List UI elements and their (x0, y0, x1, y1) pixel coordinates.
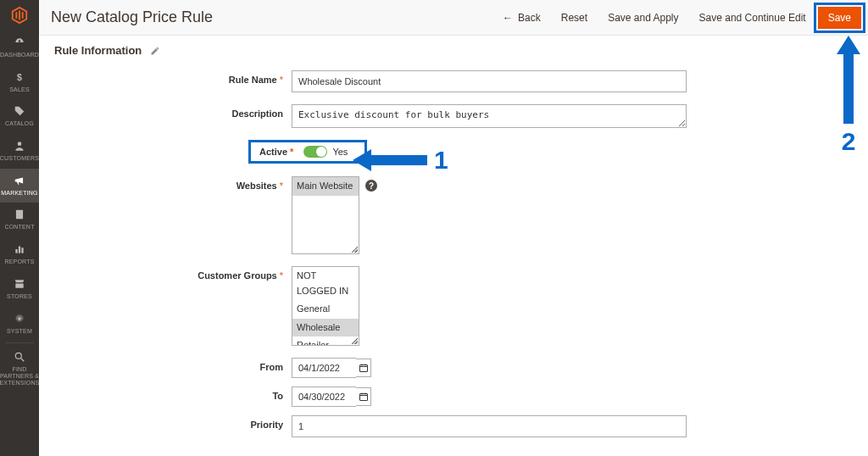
svg-line-8 (21, 359, 25, 362)
person-icon (13, 139, 26, 153)
annotation-save-highlight: Save (816, 5, 863, 31)
reset-button[interactable]: Reset (551, 7, 598, 29)
sidebar-item-dashboard[interactable]: DASHBOARD (0, 31, 39, 65)
customer-group-option[interactable]: Retailer (292, 336, 359, 346)
form: Rule Name* Description Exclusive discoun… (39, 65, 868, 456)
page-icon (13, 208, 26, 221)
svg-rect-5 (21, 247, 23, 253)
rule-name-input[interactable] (292, 70, 687, 92)
sidebar-label: MARKETING (1, 190, 37, 197)
tag-icon (13, 104, 26, 118)
main-area: New Catalog Price Rule Back Reset Save a… (39, 0, 868, 456)
svg-rect-13 (359, 394, 367, 401)
priority-label: Priority (39, 415, 292, 430)
sidebar-label: SALES (9, 86, 30, 93)
bars-icon (13, 242, 26, 256)
sidebar-item-customers[interactable]: CUSTOMERS (0, 134, 39, 169)
svg-point-1 (18, 142, 22, 146)
sidebar-item-content[interactable]: CONTENT (0, 203, 39, 237)
svg-text:$: $ (17, 71, 22, 81)
back-button[interactable]: Back (492, 7, 551, 29)
customer-groups-label: Customer Groups* (39, 266, 292, 281)
customer-groups-multiselect[interactable]: NOT LOGGED IN General Wholesale Retailer (292, 266, 359, 346)
sidebar-label: CUSTOMERS (0, 155, 39, 162)
calendar-icon[interactable] (356, 359, 371, 377)
to-label: To (39, 386, 292, 401)
calendar-icon[interactable] (356, 387, 371, 406)
admin-sidebar: DASHBOARD $ SALES CATALOG CUSTOMERS MARK… (0, 0, 39, 456)
sidebar-label: CATALOG (5, 120, 34, 127)
dollar-icon: $ (13, 70, 26, 84)
svg-rect-3 (15, 249, 17, 253)
from-label: From (39, 358, 292, 372)
megaphone-icon (13, 174, 26, 187)
sidebar-item-stores[interactable]: STORES (0, 272, 39, 307)
sidebar-label: FIND PARTNERS & EXTENSIONS (0, 366, 40, 386)
sidebar-item-marketing[interactable]: MARKETING (0, 169, 39, 203)
description-textarea[interactable]: Exclusive discount for bulk buyers (292, 104, 687, 128)
sidebar-label: REPORTS (4, 259, 34, 265)
gear-icon (13, 312, 26, 325)
customer-group-option[interactable]: General (292, 300, 359, 319)
websites-multiselect[interactable]: Main Website (292, 176, 359, 254)
website-option[interactable]: Main Website (292, 177, 359, 196)
from-date-input[interactable] (292, 358, 356, 378)
edit-icon[interactable] (150, 46, 160, 56)
customer-group-option[interactable]: NOT LOGGED IN (292, 267, 359, 300)
save-and-apply-button[interactable]: Save and Apply (598, 7, 688, 29)
store-icon (13, 277, 26, 291)
rule-name-label: Rule Name* (39, 70, 292, 85)
magento-logo[interactable] (0, 0, 39, 31)
sidebar-item-partners[interactable]: FIND PARTNERS & EXTENSIONS (0, 345, 39, 392)
svg-point-7 (15, 353, 21, 359)
save-button[interactable]: Save (818, 7, 861, 29)
save-and-continue-button[interactable]: Save and Continue Edit (689, 7, 816, 29)
section-title-row: Rule Information (39, 36, 868, 65)
svg-rect-2 (16, 210, 23, 220)
sidebar-item-system[interactable]: SYSTEM (0, 307, 39, 342)
svg-rect-4 (19, 247, 20, 253)
sidebar-item-catalog[interactable]: CATALOG (0, 99, 39, 134)
priority-input[interactable] (292, 415, 687, 437)
sidebar-label: CONTENT (4, 224, 34, 231)
help-icon[interactable]: ? (365, 180, 377, 192)
svg-rect-9 (359, 365, 367, 372)
websites-label: Websites* (39, 176, 292, 191)
active-label: Active * (251, 147, 297, 157)
to-date-input[interactable] (292, 386, 356, 407)
active-toggle[interactable] (303, 146, 327, 158)
annotation-active-highlight: Active * Yes (251, 142, 364, 161)
sidebar-label: DASHBOARD (0, 52, 39, 58)
description-label: Description (39, 104, 292, 119)
customer-group-option[interactable]: Wholesale (292, 319, 359, 337)
sidebar-label: STORES (7, 293, 32, 300)
section-title: Rule Information (54, 44, 142, 57)
page-header: New Catalog Price Rule Back Reset Save a… (39, 0, 868, 36)
gauge-icon (13, 36, 26, 49)
sidebar-item-reports[interactable]: REPORTS (0, 237, 39, 272)
sidebar-label: SYSTEM (7, 328, 32, 335)
sidebar-item-sales[interactable]: $ SALES (0, 65, 39, 100)
search-icon (13, 350, 26, 364)
active-state-text: Yes (332, 147, 348, 157)
page-title: New Catalog Price Rule (51, 8, 213, 26)
